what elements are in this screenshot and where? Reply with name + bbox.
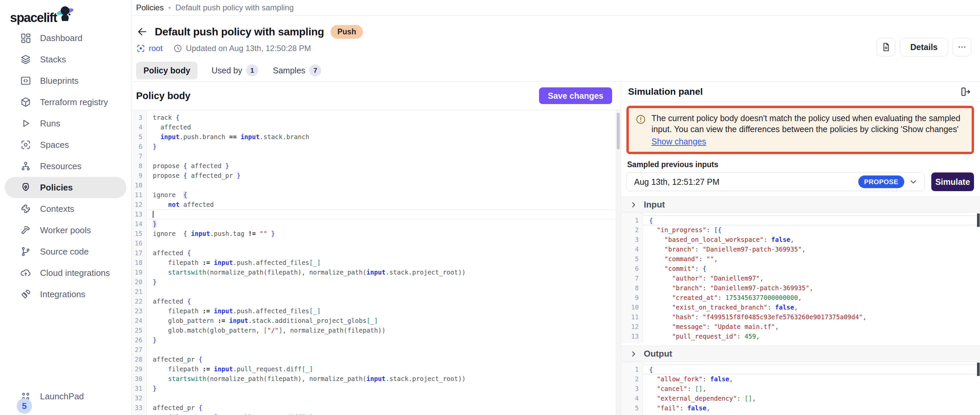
breadcrumb-policies-link[interactable]: Policies	[136, 3, 164, 12]
policy-body-title: Policy body	[136, 91, 191, 102]
spaces-icon	[20, 139, 31, 151]
simulation-panel: Simulation panel The current policy body…	[621, 82, 980, 415]
blueprints-icon	[20, 75, 31, 86]
chevron-down-icon	[908, 177, 918, 187]
line-number: 5	[131, 132, 142, 142]
space-link-root[interactable]: root	[136, 44, 162, 53]
line-number: 30	[131, 374, 142, 384]
propose-badge: PROPOSE	[858, 175, 904, 188]
sidebar-item-policies[interactable]: Policies	[5, 177, 126, 198]
ellipsis-icon	[957, 42, 967, 52]
tab-policy-body[interactable]: Policy body	[136, 62, 197, 80]
policy-body-toolbar: Policy body Save changes	[131, 82, 621, 110]
show-changes-link[interactable]: Show changes	[651, 137, 706, 146]
sidebar-item-source-code[interactable]: Source code	[5, 241, 126, 262]
line-number: 10	[621, 302, 639, 312]
collapse-panel-icon[interactable]	[960, 86, 971, 97]
sidebar-item-label: Runs	[40, 118, 60, 129]
input-section-toggle[interactable]: Input	[621, 197, 980, 213]
line-number: 1	[621, 216, 639, 225]
sidebar-item-dashboard[interactable]: Dashboard	[5, 27, 126, 49]
output-scrollbar-thumb[interactable]	[977, 363, 980, 376]
line-number: 7	[131, 151, 142, 161]
source-code-icon	[20, 246, 31, 257]
tab-count-badge: 7	[309, 64, 321, 76]
line-number: 7	[621, 273, 639, 283]
code-line: filepath := input.push.affected_files[_]	[147, 306, 621, 316]
input-json-code[interactable]: { "in_progress": [{ "based_on_local_work…	[643, 213, 980, 343]
sidebar-item-integrations[interactable]: Integrations	[5, 283, 126, 305]
code-line: }	[147, 219, 621, 229]
line-number: 14	[621, 341, 639, 343]
breadcrumb-current: Default push policy with sampling	[175, 3, 294, 12]
sidebar-bottom: LaunchPad 5	[0, 386, 131, 407]
code-line: "hash": "f499515f8f0485c93efe5763260e901…	[643, 312, 980, 322]
sidebar-item-resources[interactable]: Resources	[5, 156, 126, 177]
code-line: glob.match(glob_pattern, ["/"], normaliz…	[147, 326, 621, 335]
sidebar-item-stacks[interactable]: Stacks	[5, 49, 126, 70]
sidebar-item-cloud-integrations[interactable]: Cloud integrations	[5, 262, 126, 283]
output-section-toggle[interactable]: Output	[621, 346, 980, 362]
more-menu-button[interactable]	[953, 38, 971, 56]
line-number: 8	[621, 283, 639, 293]
sidebar-item-spaces[interactable]: Spaces	[5, 134, 126, 156]
tab-samples[interactable]: Samples7	[272, 60, 322, 80]
editor-scrollbar-thumb[interactable]	[617, 113, 620, 149]
line-number: 18	[131, 258, 142, 267]
line-number: 4	[621, 394, 639, 403]
line-number: 19	[131, 267, 142, 277]
sidebar-item-runs[interactable]: Runs	[5, 113, 126, 134]
sidebar-item-blueprints[interactable]: Blueprints	[5, 70, 126, 91]
line-number: 12	[621, 322, 639, 332]
details-button[interactable]: Details	[900, 38, 948, 56]
code-line: {	[643, 365, 980, 374]
tab-label: Used by	[212, 66, 242, 75]
policy-body-file-button[interactable]	[877, 38, 895, 56]
input-section-label: Input	[644, 199, 665, 210]
line-number: 28	[131, 355, 142, 364]
code-line: input.push.branch == input.stack.branch	[147, 132, 621, 142]
line-number: 31	[131, 384, 142, 393]
dashboard-icon	[20, 32, 31, 44]
alert-message: The current policy body doesn't match th…	[651, 113, 964, 135]
line-number-gutter: 3456789101112131415161718192021222324252…	[131, 110, 147, 415]
code-line: "created_at": 1753456377000000000,	[643, 293, 980, 302]
chevron-right-icon	[629, 350, 638, 358]
output-json-code[interactable]: { "allow_fork": false, "cancel": [], "ex…	[643, 362, 980, 415]
simulate-button[interactable]: Simulate	[931, 172, 974, 191]
back-arrow-icon[interactable]	[136, 26, 148, 38]
main-area: Policies • Default push policy with samp…	[131, 0, 980, 415]
tab-used-by[interactable]: Used by1	[211, 60, 259, 80]
breadcrumb: Policies • Default push policy with samp…	[131, 0, 980, 16]
line-number: 14	[131, 219, 142, 229]
line-number: 6	[131, 142, 142, 151]
policy-code-editor[interactable]: 3456789101112131415161718192021222324252…	[131, 110, 621, 415]
line-number: 9	[131, 171, 142, 180]
code-line: "cancel": [],	[643, 384, 980, 394]
code-line: propose { affected_pr }	[147, 171, 621, 180]
editor-scrollbar	[616, 110, 621, 415]
code-line: "allow_fork": false,	[643, 374, 980, 384]
integrations-icon	[20, 289, 31, 300]
spacelift-logo[interactable]: spacelift	[0, 0, 131, 24]
input-scrollbar-thumb[interactable]	[977, 213, 980, 227]
save-changes-button[interactable]: Save changes	[539, 87, 612, 104]
policy-code[interactable]: track { affected input.push.branch == in…	[147, 110, 621, 415]
sidebar-item-worker-pools[interactable]: Worker pools	[5, 219, 126, 241]
tab-label: Policy body	[143, 66, 190, 75]
simulation-panel-title: Simulation panel	[628, 86, 703, 97]
input-json-editor[interactable]: 1234567891011121314 { "in_progress": [{ …	[621, 213, 980, 343]
warning-icon	[635, 114, 646, 125]
line-number: 23	[131, 306, 142, 316]
sidebar-item-terraform-registry[interactable]: Terraform registry	[5, 91, 126, 113]
code-line: glob_pattern := input.stack.additional_p…	[147, 316, 621, 326]
sidebar-item-contexts[interactable]: Contexts	[5, 198, 126, 219]
code-line	[147, 180, 621, 190]
line-number: 22	[131, 297, 142, 306]
sampled-inputs-label: Sampled previous inputs	[627, 160, 974, 169]
code-line: not affected	[147, 200, 621, 210]
code-line: }	[147, 142, 621, 151]
sampled-input-select[interactable]: Aug 13th, 12:51:27 PM PROPOSE	[627, 172, 924, 191]
worker-pools-icon	[20, 224, 31, 236]
output-json-editor[interactable]: 123456 { "allow_fork": false, "cancel": …	[621, 362, 980, 415]
